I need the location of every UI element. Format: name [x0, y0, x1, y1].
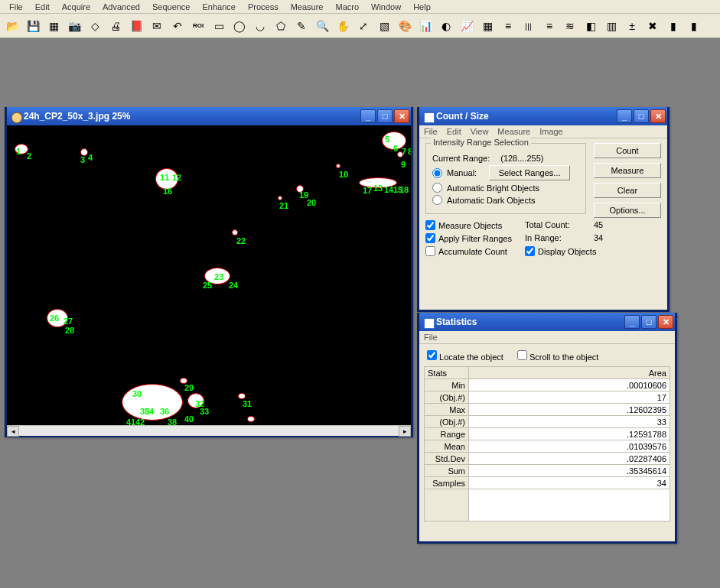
mode-dark-radio[interactable] — [432, 195, 442, 205]
x-red-icon[interactable]: ✖ — [643, 17, 662, 35]
lasso-icon[interactable]: ◡ — [251, 17, 269, 35]
levels-icon[interactable]: 📈 — [458, 17, 476, 35]
mode-manual-radio[interactable] — [432, 168, 442, 178]
image-canvas[interactable]: 1234567891011121314151617181920212223242… — [7, 125, 411, 425]
statistics-menubar[interactable]: File — [419, 331, 675, 344]
menu-edit[interactable]: Edit — [29, 1, 56, 13]
camera-icon[interactable]: 📷 — [65, 17, 83, 35]
equalize-icon[interactable]: ≋ — [561, 17, 579, 35]
cs-menu-view[interactable]: View — [471, 127, 489, 136]
print-icon[interactable]: 🖨 — [106, 17, 125, 35]
maximize-button[interactable]: □ — [641, 315, 656, 329]
pan-icon[interactable]: ✋ — [334, 17, 352, 35]
object-label: 4 — [88, 153, 93, 162]
mail-icon[interactable]: ✉ — [148, 17, 166, 35]
count-button[interactable]: Count — [594, 143, 661, 158]
menu-enhance[interactable]: Enhance — [196, 1, 241, 13]
open-folder-icon[interactable]: 📂 — [3, 17, 21, 35]
scroll-left-button[interactable]: ◂ — [7, 426, 19, 437]
cs-menu-file[interactable]: File — [424, 127, 438, 136]
wand-icon[interactable]: ✎ — [292, 17, 311, 35]
rectangle-icon[interactable]: ▭ — [210, 17, 228, 35]
measure-button[interactable]: Measure — [594, 163, 661, 178]
image-window-titlebar[interactable]: 24h_CP2_50x_3.jpg 25% _ □ ✕ — [7, 107, 411, 125]
new-roi-icon[interactable]: ROI — [189, 17, 207, 35]
minimize-button[interactable]: _ — [624, 315, 640, 329]
clear-button[interactable]: Clear — [594, 183, 661, 198]
close-button[interactable]: ✕ — [658, 315, 673, 329]
table-row[interactable]: (Obj.#)17 — [425, 391, 670, 404]
bars-icon[interactable]: ▥ — [602, 17, 621, 35]
window-icon — [422, 317, 433, 327]
sliders1-icon[interactable]: ≡ — [499, 17, 517, 35]
save-icon[interactable]: 💾 — [24, 17, 42, 35]
menu-help[interactable]: Help — [407, 1, 437, 13]
ellipse-icon[interactable]: ◯ — [230, 17, 249, 35]
image-hscrollbar[interactable]: ◂ ▸ — [7, 425, 411, 436]
table-row[interactable]: Std.Dev.02287406 — [425, 453, 670, 465]
menu-acquire[interactable]: Acquire — [56, 1, 96, 13]
grid-icon[interactable]: ▦ — [44, 17, 63, 35]
options-button[interactable]: Options... — [594, 203, 661, 218]
zoom-icon[interactable]: 🔍 — [313, 17, 331, 35]
minimize-button[interactable]: _ — [617, 109, 632, 123]
plusminus-icon[interactable]: ± — [623, 17, 641, 35]
cs-menu-measure[interactable]: Measure — [497, 127, 530, 136]
menu-advanced[interactable]: Advanced — [96, 1, 146, 13]
accumulate-check[interactable]: Accumulate Count — [425, 246, 525, 256]
undo-icon[interactable]: ↶ — [168, 17, 187, 35]
statistics-table[interactable]: Stats Area Min.00010606(Obj.#)17Max.1260… — [424, 366, 670, 521]
menu-file[interactable]: File — [3, 1, 29, 13]
count-size-menubar[interactable]: FileEditViewMeasureImage — [419, 125, 667, 138]
locate-object-check[interactable]: Locate the object — [427, 350, 503, 362]
sliders3-icon[interactable]: ≡ — [540, 17, 559, 35]
display-objects-check[interactable]: Display Objects — [525, 246, 661, 256]
statistics-titlebar[interactable]: Statistics _ □ ✕ — [419, 313, 675, 331]
sliders2-icon[interactable]: ⫼ — [520, 17, 538, 35]
mode-bright-radio[interactable] — [432, 183, 442, 193]
chart-icon[interactable]: 📊 — [416, 17, 435, 35]
menu-sequence[interactable]: Sequence — [146, 1, 197, 13]
app-menubar[interactable]: FileEditAcquireAdvancedSequenceEnhancePr… — [0, 0, 720, 14]
close-button[interactable]: ✕ — [650, 109, 666, 123]
color-icon[interactable]: ▦ — [478, 17, 497, 35]
table-row[interactable]: Min.00010606 — [425, 379, 670, 391]
area-header[interactable]: Area — [469, 367, 670, 379]
close-button[interactable]: ✕ — [394, 109, 409, 123]
table-row[interactable]: Mean.01039576 — [425, 440, 670, 453]
book-icon[interactable]: 📕 — [127, 17, 145, 35]
histogram-red-icon[interactable]: ▧ — [375, 17, 393, 35]
document-icon[interactable]: ◇ — [86, 17, 104, 35]
minimize-button[interactable]: _ — [360, 109, 376, 123]
palette-icon[interactable]: 🎨 — [396, 17, 414, 35]
cs-menu-edit[interactable]: Edit — [447, 127, 461, 136]
app-toolbar[interactable]: 📂💾▦📷◇🖨📕✉↶ROI▭◯◡⬠✎🔍✋⤢▧🎨📊◐📈▦≡⫼≡≋◧▥±✖▮▮ — [0, 14, 720, 38]
hue-icon[interactable]: ▮ — [664, 17, 683, 35]
table-row[interactable]: Sum.35345614 — [425, 465, 670, 477]
table-row[interactable]: Max.12602395 — [425, 404, 670, 416]
scroll-object-check[interactable]: Scroll to the object — [517, 350, 599, 362]
stats-header[interactable]: Stats — [425, 367, 469, 379]
statistics-menu-file[interactable]: File — [424, 333, 438, 342]
menu-process[interactable]: Process — [242, 1, 285, 13]
spectrum-icon[interactable]: ▮ — [685, 17, 703, 35]
menu-window[interactable]: Window — [365, 1, 407, 13]
measure-objects-check[interactable]: Measure Objects — [425, 220, 525, 230]
current-range-value: (128....255) — [500, 154, 543, 163]
cs-menu-image[interactable]: Image — [539, 127, 563, 136]
polygon-icon[interactable]: ⬠ — [272, 17, 290, 35]
table-row[interactable]: (Obj.#)33 — [425, 416, 670, 428]
menu-macro[interactable]: Macro — [329, 1, 365, 13]
table-row[interactable]: Range.12591788 — [425, 428, 670, 440]
contrast-icon[interactable]: ◐ — [437, 17, 455, 35]
menu-measure[interactable]: Measure — [285, 1, 330, 13]
zoom-fit-icon[interactable]: ⤢ — [354, 17, 373, 35]
maximize-button[interactable]: □ — [634, 109, 649, 123]
select-ranges-button[interactable]: Select Ranges... — [489, 165, 570, 180]
scroll-right-button[interactable]: ▸ — [399, 426, 411, 437]
apply-filter-check[interactable]: Apply Filter Ranges — [425, 233, 525, 243]
maximize-button[interactable]: □ — [377, 109, 393, 123]
count-size-titlebar[interactable]: Count / Size _ □ ✕ — [419, 107, 667, 125]
table-row[interactable]: Samples34 — [425, 477, 670, 489]
invert-icon[interactable]: ◧ — [582, 17, 600, 35]
